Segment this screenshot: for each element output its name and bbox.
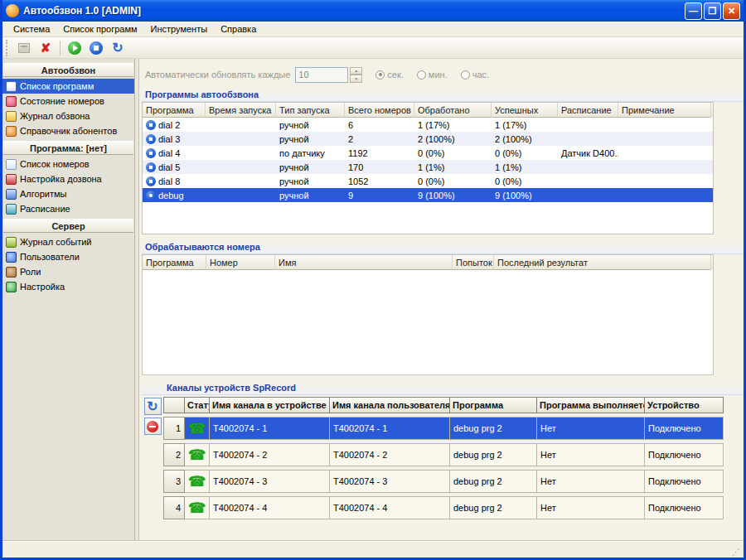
stepper-down-icon[interactable]: ▼ [350,75,362,83]
processing-table: Программа Номер Имя Попыток Последний ре… [142,254,714,375]
table-row[interactable]: dial 4 по датчику 1192 0 (0%) 0 (0%) Дат… [143,146,713,160]
sidebar-item-label: Журнал обзвона [20,111,90,121]
channel-row[interactable]: 2 ☎ T4002074 - 2 T4002074 - 2 debug prg … [163,443,725,466]
channel-row-selected[interactable]: 1 ☎ T4002074 - 1 T4002074 - 1 debug prg … [163,417,725,440]
column-header[interactable]: Статус [185,397,210,413]
program-stopped-icon [146,162,156,172]
sidebar-item-events-journal[interactable]: Журнал событий [2,234,134,249]
column-header[interactable]: Примечание [618,103,711,118]
table-row[interactable]: dial 5 ручной 170 1 (1%) 1 (1%) [143,160,713,174]
stepper-up-icon[interactable]: ▲ [350,67,362,75]
stop-button[interactable] [87,39,105,57]
programs-table-empty-area [143,202,713,234]
table-row[interactable]: dial 8 ручной 1052 0 (0%) 0 (0%) [143,174,713,188]
close-button[interactable]: ✕ [723,2,740,20]
column-header[interactable]: Время запуска [206,103,276,118]
unit-radio-hour[interactable]: час. [461,70,489,80]
sidebar-item-label: Состояние номеров [20,96,104,106]
menu-program-list[interactable]: Список программ [57,22,143,36]
delete-button[interactable]: ✘ [36,39,55,57]
sidebar-item-subscribers[interactable]: Справочник абонентов [2,123,134,138]
table-row-selected[interactable]: debug ручной 9 9 (100%) 9 (100%) [143,188,713,202]
row-number: 2 [163,443,185,466]
column-header[interactable]: Имя канала в устройстве [210,397,330,413]
refresh-icon: ↻ [112,41,123,55]
toolbar-grip[interactable] [6,40,10,56]
maximize-button[interactable]: ❐ [704,2,721,20]
sidebar-item-roles[interactable]: Роли [2,264,134,279]
channels-section: Каналы устройств SpRecord ↻ Статус Имя к… [142,380,744,519]
table-row[interactable]: dial 3 ручной 2 2 (100%) 2 (100%) [143,132,713,146]
column-header[interactable]: Успешных [492,103,558,118]
new-form-button[interactable] [15,39,33,57]
column-header[interactable]: Попыток [453,255,494,270]
subscribers-icon [6,126,17,137]
column-header[interactable]: Программа [143,255,206,270]
column-header[interactable]: Номер [206,255,275,270]
status-bar: ⋰ [2,541,744,558]
sidebar-item-dial-journal[interactable]: Журнал обзвона [2,109,134,123]
stop-minus-icon [147,421,158,432]
phone-icon: ☎ [188,448,206,462]
column-header[interactable]: Последний результат [494,255,711,270]
processing-section-title: Обрабатываются номера [142,239,744,254]
column-header[interactable]: Имя канала пользователя [330,397,450,413]
row-number: 4 [163,496,185,519]
radio-icon [375,70,385,80]
menu-help[interactable]: Справка [215,22,262,36]
title-bar: Автообзвон 1.0 [ADMIN] — ❐ ✕ [2,0,744,22]
start-button[interactable] [65,39,84,57]
sidebar-item-label: Настройка [20,282,65,292]
dial-settings-icon [6,174,17,185]
phone-icon: ☎ [188,501,206,515]
group-header-server: Сервер [3,219,133,233]
sidebar-item-dial-settings[interactable]: Настройка дозвона [2,171,134,186]
column-header[interactable]: Тип запуска [276,103,345,118]
table-row[interactable]: dial 2 ручной 6 1 (17%) 1 (17%) [143,118,713,132]
resize-grip[interactable]: ⋰ [732,548,744,558]
column-header[interactable]: Имя [275,255,453,270]
refresh-button[interactable]: ↻ [109,39,127,57]
column-header[interactable]: Программа выполняется [537,397,645,413]
channels-stop-button[interactable] [144,418,162,435]
sidebar-item-label: Журнал событий [20,237,91,247]
group-header-autodial: Автообзвон [3,63,133,77]
radio-icon [417,70,426,80]
minimize-button[interactable]: — [685,2,702,20]
unit-radio-sec[interactable]: сек. [375,70,404,80]
column-header[interactable]: Обработано [414,103,492,118]
row-number: 3 [163,470,185,493]
column-header[interactable]: Расписание [558,103,618,118]
column-header [163,397,185,413]
menu-tools[interactable]: Инструменты [145,22,214,36]
app-icon [6,4,19,17]
sidebar-item-numbers-state[interactable]: Состояние номеров [2,94,134,109]
channels-refresh-button[interactable]: ↻ [144,398,162,415]
sidebar-item-label: Роли [20,267,41,277]
refresh-interval-stepper[interactable]: ▲ ▼ [350,67,362,83]
sidebar-item-program-list[interactable]: Список программ [2,79,134,94]
column-header[interactable]: Программа [450,397,537,413]
column-header[interactable]: Программа [143,103,206,118]
schedule-icon [6,204,17,215]
sidebar-item-label: Алгоритмы [20,189,66,199]
column-header[interactable]: Всего номеров [345,103,414,118]
unit-radio-min[interactable]: мин. [417,70,448,80]
sidebar-item-numbers-list[interactable]: Список номеров [2,157,134,171]
refresh-interval-input[interactable] [295,67,348,83]
sidebar-item-settings[interactable]: Настройка [2,279,134,294]
sidebar-item-users[interactable]: Пользователи [2,249,134,264]
program-stopped-icon [146,148,156,158]
main-panel: Автоматически обновлять каждые ▲ ▼ сек. … [139,59,744,541]
sidebar-item-label: Справочник абонентов [20,126,117,136]
sidebar-item-algorithms[interactable]: Алгоритмы [2,186,134,201]
program-stopped-icon [146,176,156,186]
menu-system[interactable]: Система [7,22,56,36]
column-header[interactable]: Устройство [645,397,724,413]
app-window: Автообзвон 1.0 [ADMIN] — ❐ ✕ Система Спи… [0,0,746,560]
sidebar-item-label: Расписание [20,204,70,214]
program-status-icon [146,191,156,200]
sidebar-item-schedule[interactable]: Расписание [2,201,134,216]
channel-row[interactable]: 4 ☎ T4002074 - 4 T4002074 - 4 debug prg … [163,496,725,519]
channel-row[interactable]: 3 ☎ T4002074 - 3 T4002074 - 3 debug prg … [163,470,725,493]
